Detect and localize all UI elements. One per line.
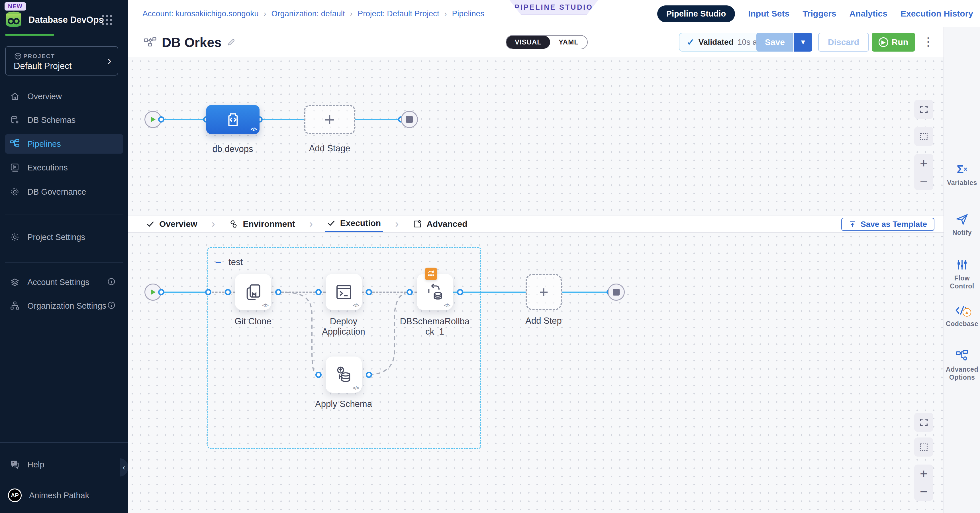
sidebar-item-db-governance[interactable]: DB Governance — [5, 182, 123, 201]
rail-item-codebase[interactable]: ▲ Codebase — [944, 304, 980, 328]
sidebar-item-overview[interactable]: Overview — [5, 87, 123, 106]
sidebar-item-label: Pipelines — [27, 139, 61, 149]
pipelines-icon — [10, 139, 20, 149]
git-clone-icon — [244, 283, 262, 301]
tab-execution[interactable]: Execution — [325, 215, 383, 232]
run-label: Run — [892, 37, 908, 47]
breadcrumb-page[interactable]: Pipelines — [452, 9, 485, 18]
tab-overview[interactable]: Overview — [144, 215, 199, 232]
user-menu[interactable]: AP Animesh Pathak — [5, 486, 123, 505]
step-label: Deploy Application — [309, 316, 378, 337]
sidebar-item-help[interactable]: ? Help — [5, 455, 123, 474]
step-canvas[interactable]: − test </> — [128, 233, 943, 513]
project-selector[interactable]: PROJECT Default Project › — [5, 46, 118, 75]
rail-item-variables[interactable]: Σ× Variables — [944, 163, 980, 187]
play-circle-icon: ▶ — [878, 37, 888, 47]
edit-pencil-icon[interactable] — [227, 38, 236, 47]
sidebar-collapse-handle[interactable]: ‹ — [120, 458, 128, 476]
step-label: DBSchemaRollback_1 — [398, 316, 472, 337]
sidebar-item-executions[interactable]: Executions — [5, 158, 123, 177]
run-button[interactable]: ▶ Run — [872, 33, 915, 52]
code-badge: </> — [353, 385, 359, 391]
database-gear-icon — [10, 115, 20, 125]
sidebar-item-pipelines[interactable]: Pipelines — [5, 134, 123, 154]
toggle-yaml[interactable]: YAML — [550, 36, 587, 49]
save-dropdown-button[interactable]: ▼ — [794, 33, 812, 52]
top-tabs: Pipeline Studio Input Sets Triggers Anal… — [657, 0, 973, 27]
add-step-button[interactable]: + — [526, 274, 562, 310]
kebab-menu-icon[interactable]: ⋮ — [923, 34, 934, 49]
sidebar-item-project-settings[interactable]: Project Settings — [5, 228, 123, 247]
environment-icon — [229, 220, 238, 229]
app-grid-icon[interactable] — [102, 15, 112, 25]
breadcrumb-separator: › — [350, 10, 353, 18]
app-root: NEW Database DevOps PROJECT Default Proj… — [0, 0, 980, 513]
code-badge: </> — [262, 303, 268, 308]
tab-advanced[interactable]: Advanced — [410, 215, 469, 232]
tab-separator-icon: › — [309, 215, 313, 232]
breadcrumb-account[interactable]: Account: kurosakiichigo.songoku — [142, 9, 259, 18]
flow-line — [161, 119, 206, 120]
breadcrumb-separator: › — [444, 10, 447, 18]
tab-triggers[interactable]: Triggers — [802, 9, 836, 19]
tab-label: Overview — [159, 219, 197, 229]
sidebar-item-label: Organization Settings — [27, 301, 106, 311]
rail-item-notify[interactable]: Notify — [944, 212, 980, 237]
breadcrumb-project[interactable]: Project: Default Project — [358, 9, 439, 18]
plus-icon: + — [324, 111, 335, 129]
new-badge: NEW — [5, 2, 26, 11]
rail-item-flow-control[interactable]: Flow Control — [944, 258, 980, 290]
sidebar-item-organization-settings[interactable]: Organization Settings — [5, 296, 123, 315]
marquee-icon — [919, 132, 929, 141]
check-icon: ✓ — [687, 37, 695, 48]
zoom-in-button[interactable]: + — [920, 158, 928, 169]
add-stage-button[interactable]: + — [304, 105, 355, 134]
step-node-git-clone[interactable]: </> — [235, 274, 271, 310]
terminal-icon — [335, 283, 353, 301]
pipeline-header: DB Orkes VISUAL YAML ✓ Validated 10s ago… — [128, 27, 943, 57]
save-as-template-button[interactable]: Save as Template — [841, 218, 934, 231]
tab-pipeline-studio[interactable]: Pipeline Studio — [657, 5, 735, 22]
zoom-out-button[interactable]: − — [920, 486, 928, 497]
stage-canvas[interactable]: </> + db devops Add Stage + − — [128, 57, 943, 215]
discard-button[interactable]: Discard — [818, 33, 869, 52]
sidebar-item-db-schemas[interactable]: DB Schemas — [5, 110, 123, 130]
branch-connectors — [128, 233, 641, 460]
avatar: AP — [8, 489, 22, 502]
step-label: Apply Schema — [307, 399, 380, 409]
right-rail: Σ× Variables Notify Flow Control ▲ Codeb… — [943, 27, 980, 513]
toggle-visual[interactable]: VISUAL — [506, 36, 550, 49]
marquee-icon — [919, 442, 929, 452]
sidebar-item-account-settings[interactable]: Account Settings — [5, 272, 123, 292]
breadcrumb-organization[interactable]: Organization: default — [271, 9, 345, 18]
info-icon — [107, 277, 116, 287]
visual-yaml-toggle: VISUAL YAML — [506, 35, 588, 49]
sidebar-item-label: Overview — [27, 92, 62, 101]
breadcrumb: Account: kurosakiichigo.songoku › Organi… — [142, 0, 484, 27]
stage-end-node — [608, 284, 625, 301]
tab-execution-history[interactable]: Execution History — [900, 9, 973, 19]
rail-label: Variables — [945, 179, 979, 187]
info-icon — [107, 301, 116, 311]
zoom-out-button[interactable]: − — [920, 176, 928, 186]
project-name: Default Project — [14, 61, 72, 71]
marquee-select-button[interactable] — [914, 127, 933, 146]
step-node-dbschemarollback[interactable]: </> — [417, 274, 453, 310]
tab-environment[interactable]: Environment — [227, 215, 297, 232]
tab-analytics[interactable]: Analytics — [850, 9, 888, 19]
tab-separator-icon: › — [212, 215, 215, 232]
step-node-deploy-application[interactable]: </> — [326, 274, 362, 310]
save-button[interactable]: Save — [756, 33, 794, 52]
marquee-select-button[interactable] — [914, 438, 933, 457]
zoom-in-button[interactable]: + — [920, 468, 928, 479]
tab-input-sets[interactable]: Input Sets — [748, 9, 789, 19]
fullscreen-button[interactable] — [914, 413, 933, 432]
add-step-label: Add Step — [506, 316, 581, 326]
codebase-icon: ▲ — [955, 304, 969, 317]
rail-item-advanced-options[interactable]: Advanced Options — [944, 349, 980, 381]
zoom-controls: + − — [914, 154, 933, 190]
sidebar-divider — [0, 442, 128, 443]
fullscreen-button[interactable] — [914, 100, 933, 119]
stage-node-db-devops[interactable]: </> — [206, 105, 259, 134]
step-node-apply-schema[interactable]: </> — [326, 357, 362, 393]
